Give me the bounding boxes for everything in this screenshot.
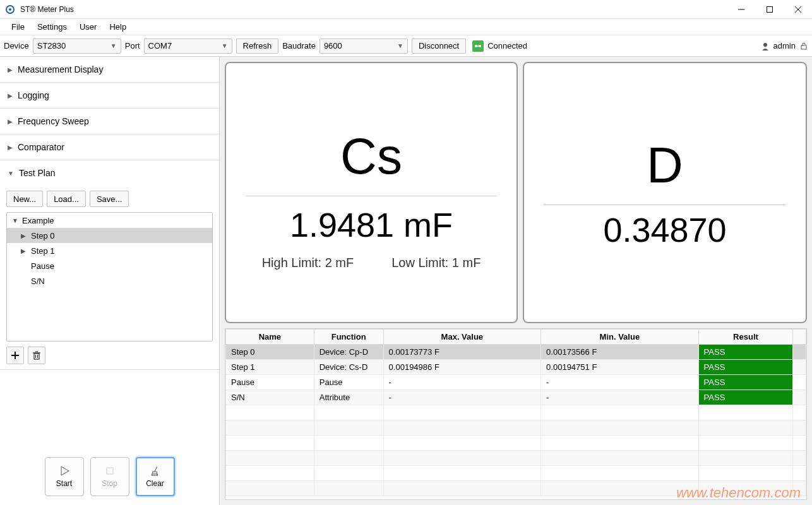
svg-line-23 [156,473,157,475]
connected-icon [472,40,484,52]
device-label: Device [4,41,29,50]
accordion-logging[interactable]: ▶ Logging [0,83,219,108]
user-icon [761,42,770,50]
caret-right-icon: ▶ [21,232,27,239]
result-cell: PASS [698,375,793,390]
user-name: admin [773,41,796,50]
close-button[interactable] [784,0,812,19]
secondary-display: D 0.34870 [523,62,807,323]
svg-rect-19 [107,468,113,474]
table-row[interactable]: PausePause--PASS [226,375,806,390]
col-min[interactable]: Min. Value [541,330,699,345]
testplan-tree[interactable]: ▼ Example ▶Step 0▶Step 1PauseS/N [6,212,213,342]
svg-line-20 [155,466,157,472]
accordion-measurement[interactable]: ▶ Measurement Display [0,57,219,82]
svg-rect-3 [767,6,772,12]
caret-right-icon: ▶ [8,144,13,151]
table-row-empty [226,466,806,481]
svg-point-1 [9,8,11,11]
secondary-label: D [647,136,683,194]
tree-item[interactable]: ▶Step 0 [7,228,212,243]
tree-item[interactable]: Pause [7,258,212,273]
chevron-down-icon: ▼ [222,42,228,49]
svg-marker-18 [61,466,69,475]
start-button[interactable]: Start [45,457,84,496]
content: ▶ Measurement Display ▶ Logging ▶ Freque… [0,57,812,505]
table-row-empty [226,451,806,466]
tree-item[interactable]: S/N [7,273,212,288]
baudrate-label: Baudrate [282,41,316,50]
result-cell: PASS [698,390,793,405]
lock-icon [799,42,808,50]
port-select[interactable]: COM7 ▼ [144,39,232,54]
table-row-empty [226,405,806,420]
chevron-down-icon: ▼ [110,42,117,49]
table-row-empty [226,420,806,436]
window-title: ST® Meter Plus [20,5,727,14]
connected-label: Connected [487,41,527,50]
tree-root[interactable]: ▼ Example [7,213,212,228]
table-row[interactable]: S/NAttribute--PASS [226,390,806,405]
svg-point-9 [763,43,767,47]
load-button[interactable]: Load... [47,191,86,207]
testplan-content: New... Load... Save... ▼ Example ▶Step 0… [0,186,219,369]
table-row-empty [226,481,806,496]
caret-right-icon: ▶ [8,66,13,73]
save-button[interactable]: Save... [90,191,129,207]
tree-item[interactable]: ▶Step 1 [7,243,212,258]
caret-right-icon: ▶ [8,92,13,99]
titlebar: ST® Meter Plus [0,0,812,19]
user-area[interactable]: admin [761,41,808,50]
new-button[interactable]: New... [6,191,43,207]
table-row[interactable]: Step 1Device: Cs-D0.00194986 F0.00194751… [226,360,806,375]
results-table[interactable]: Name Function Max. Value Min. Value Resu… [225,328,807,500]
displays: Cs 1.9481 mF High Limit: 2 mF Low Limit:… [220,57,812,328]
primary-value: 1.9481 mF [290,205,453,244]
col-name[interactable]: Name [226,330,314,345]
delete-step-button[interactable] [28,347,45,364]
add-step-button[interactable] [6,347,24,364]
caret-right-icon: ▶ [8,118,13,125]
play-icon [59,465,70,477]
clear-button[interactable]: Clear [136,457,175,496]
chevron-down-icon: ▼ [397,42,403,49]
high-limit: High Limit: 2 mF [262,256,354,270]
caret-down-icon: ▼ [8,170,14,177]
sidebar-bottom: Start Stop Clear [0,448,219,505]
caret-right-icon: ▶ [21,247,27,254]
menubar: File Settings User Help [0,19,812,35]
stop-button[interactable]: Stop [90,457,129,496]
primary-display: Cs 1.9481 mF High Limit: 2 mF Low Limit:… [225,62,518,323]
menu-help[interactable]: Help [103,20,133,34]
accordion-comparator[interactable]: ▶ Comparator [0,134,219,160]
svg-rect-13 [34,354,39,359]
table-row-empty [226,436,806,451]
svg-rect-10 [801,45,806,49]
caret-down-icon: ▼ [12,217,18,224]
menu-settings[interactable]: Settings [31,20,73,34]
main-panel: Cs 1.9481 mF High Limit: 2 mF Low Limit:… [220,57,812,505]
baudrate-select[interactable]: 9600 ▼ [319,39,408,54]
low-limit: Low Limit: 1 mF [391,256,481,270]
accordion-sweep[interactable]: ▶ Frequency Sweep [0,109,219,134]
col-result[interactable]: Result [698,330,793,345]
maximize-button[interactable] [755,0,784,19]
primary-label: Cs [340,128,402,186]
device-select[interactable]: ST2830 ▼ [33,39,121,54]
toolbar: Device ST2830 ▼ Port COM7 ▼ Refresh Baud… [0,35,812,57]
result-cell: PASS [698,360,793,375]
minimize-button[interactable] [727,0,755,19]
broom-icon [150,465,161,477]
sidebar: ▶ Measurement Display ▶ Logging ▶ Freque… [0,57,220,505]
stop-icon [104,465,116,477]
secondary-value: 0.34870 [603,210,726,249]
table-row[interactable]: Step 0Device: Cp-D0.00173773 F0.00173566… [226,345,806,360]
accordion-testplan[interactable]: ▼ Test Plan [0,160,219,186]
svg-line-21 [153,473,153,475]
col-max[interactable]: Max. Value [383,330,541,345]
disconnect-button[interactable]: Disconnect [412,39,466,54]
menu-file[interactable]: File [5,20,31,34]
refresh-button[interactable]: Refresh [236,39,279,54]
menu-user[interactable]: User [73,20,103,34]
col-function[interactable]: Function [314,330,383,345]
